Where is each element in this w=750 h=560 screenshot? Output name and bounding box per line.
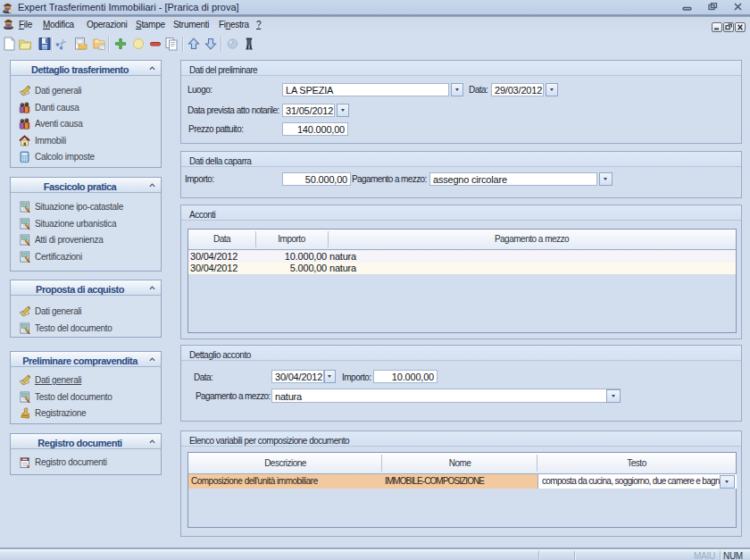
svg-text:?: ?	[230, 40, 234, 48]
